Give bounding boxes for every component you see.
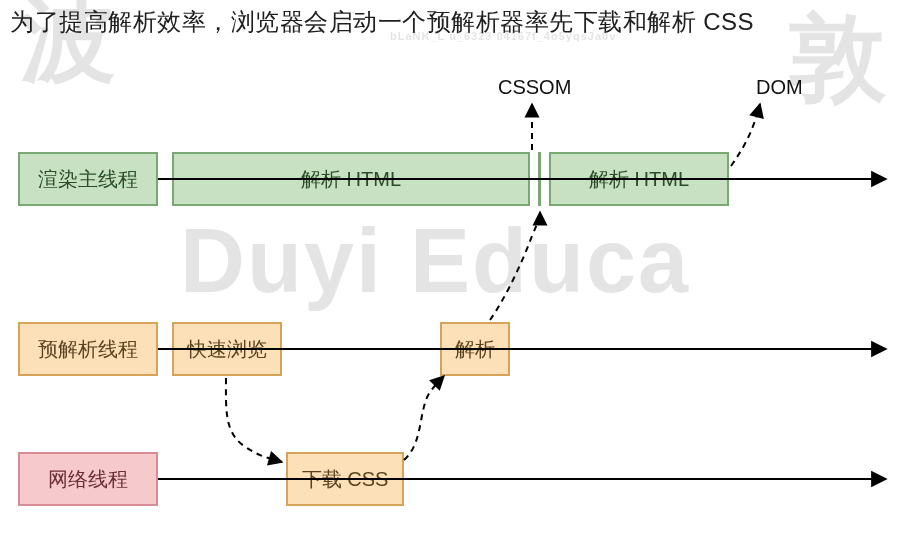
cssom-label: CSSOM <box>498 76 571 99</box>
dom-label: DOM <box>756 76 803 99</box>
preparse-thread-box: 预解析线程 <box>18 322 158 376</box>
parse-box: 解析 <box>440 322 510 376</box>
parse-separator <box>538 152 541 206</box>
watermark-mid: Duyi Educa <box>180 210 690 313</box>
parse-to-main-arrow <box>490 212 540 320</box>
render-thread-box: 渲染主线程 <box>18 152 158 206</box>
parse-html-1-box: 解析 HTML <box>172 152 530 206</box>
dom-arrow <box>731 104 760 166</box>
download-to-parse-arrow <box>404 376 444 460</box>
page-title: 为了提高解析效率，浏览器会启动一个预解析器率先下载和解析 CSS <box>10 6 754 38</box>
scan-to-download-arrow <box>226 378 282 462</box>
download-css-box: 下载 CSS <box>286 452 404 506</box>
quick-scan-box: 快速浏览 <box>172 322 282 376</box>
parse-html-2-box: 解析 HTML <box>549 152 729 206</box>
network-thread-box: 网络线程 <box>18 452 158 506</box>
watermark-glyph-right: 敦 <box>790 10 886 106</box>
